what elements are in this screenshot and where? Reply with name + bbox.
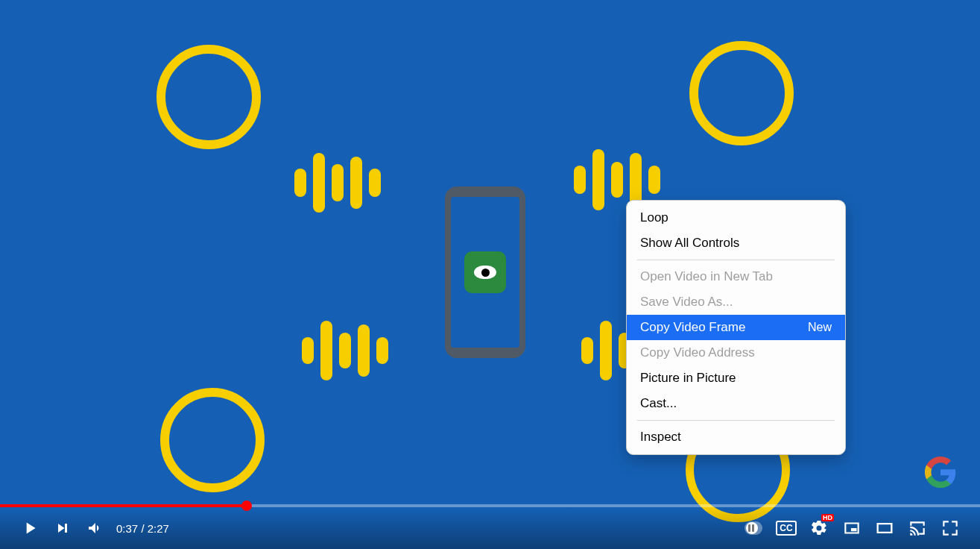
time-display: 0:37 / 2:27 xyxy=(116,522,169,535)
context-menu-label: Inspect xyxy=(640,430,681,445)
next-icon xyxy=(54,519,72,537)
decor-sound-wave xyxy=(302,321,388,380)
duration: 2:27 xyxy=(148,522,169,535)
cast-icon xyxy=(908,518,927,538)
theater-button[interactable] xyxy=(868,512,901,545)
context-menu-label: Open Video in New Tab xyxy=(640,269,773,284)
context-menu-label: Copy Video Address xyxy=(640,345,755,360)
miniplayer-button[interactable] xyxy=(835,512,868,545)
volume-icon xyxy=(86,519,104,537)
video-player[interactable]: LoopShow All ControlsOpen Video in New T… xyxy=(0,0,980,549)
theater-icon xyxy=(874,518,895,539)
current-time: 0:37 xyxy=(116,522,138,535)
context-menu-item[interactable]: Copy Video FrameNew xyxy=(627,315,845,340)
context-menu-item: Copy Video Address xyxy=(627,340,845,366)
context-menu-item: Save Video As... xyxy=(627,289,845,315)
context-menu-label: Picture in Picture xyxy=(640,371,736,386)
play-button[interactable] xyxy=(13,512,46,545)
hd-badge: HD xyxy=(821,514,834,521)
autoplay-toggle[interactable] xyxy=(737,512,770,545)
google-logo-icon xyxy=(923,455,958,489)
cast-button[interactable] xyxy=(901,512,934,545)
settings-button[interactable]: HD xyxy=(803,512,835,545)
context-menu-label: Cast... xyxy=(640,396,677,411)
context-menu-item[interactable]: Loop xyxy=(627,205,845,230)
miniplayer-icon xyxy=(842,518,862,538)
context-menu-item[interactable]: Picture in Picture xyxy=(627,366,845,391)
context-menu-item: Open Video in New Tab xyxy=(627,264,845,289)
context-menu-item[interactable]: Cast... xyxy=(627,391,845,416)
decor-circle xyxy=(689,41,794,145)
captions-button[interactable]: CC xyxy=(770,512,803,545)
lookout-app-icon xyxy=(464,251,506,293)
volume-button[interactable] xyxy=(79,512,112,545)
video-context-menu: LoopShow All ControlsOpen Video in New T… xyxy=(626,200,846,455)
context-menu-tag: New xyxy=(808,321,832,334)
decor-circle xyxy=(157,45,261,149)
context-menu-item[interactable]: Show All Controls xyxy=(627,230,845,256)
cc-icon: CC xyxy=(776,521,796,536)
play-icon xyxy=(20,518,39,538)
context-menu-item[interactable]: Inspect xyxy=(627,424,845,450)
next-button[interactable] xyxy=(46,512,79,545)
gear-icon xyxy=(810,519,828,537)
context-menu-separator xyxy=(637,260,835,260)
context-menu-label: Copy Video Frame xyxy=(640,320,745,335)
fullscreen-icon xyxy=(941,518,960,538)
context-menu-label: Save Video As... xyxy=(640,295,733,310)
decor-sound-wave xyxy=(294,153,381,213)
context-menu-label: Loop xyxy=(640,210,668,225)
context-menu-separator xyxy=(637,420,835,421)
decor-circle xyxy=(160,388,265,492)
context-menu-label: Show All Controls xyxy=(640,236,739,251)
fullscreen-button[interactable] xyxy=(934,512,967,545)
decor-phone xyxy=(445,186,525,358)
player-controls: 0:37 / 2:27 CC HD xyxy=(0,507,980,549)
